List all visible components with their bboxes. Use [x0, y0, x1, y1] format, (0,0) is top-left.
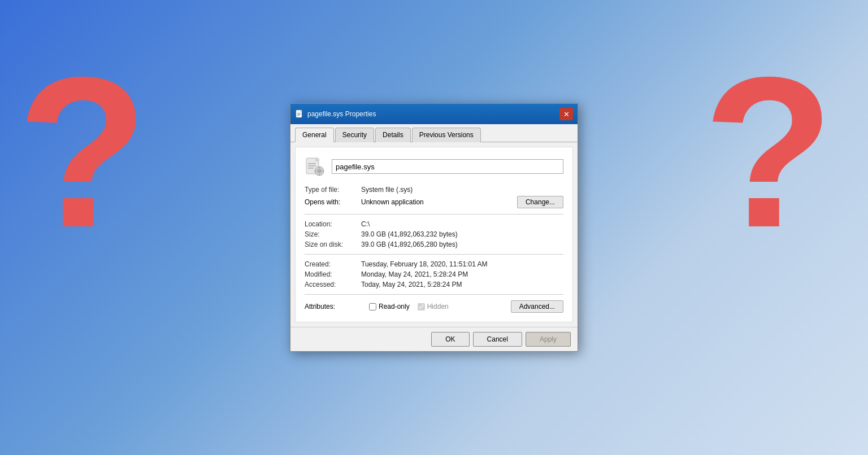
- file-icon: [305, 156, 325, 177]
- svg-rect-13: [319, 174, 320, 176]
- size-on-disk-row: Size on disk: 39.0 GB (41,892,065,280 by…: [305, 240, 563, 248]
- svg-rect-12: [319, 167, 320, 168]
- file-name-row: [305, 156, 563, 177]
- apply-button[interactable]: Apply: [526, 332, 571, 347]
- svg-rect-9: [308, 168, 314, 169]
- svg-rect-7: [308, 163, 316, 164]
- properties-dialog: pagefile.sys Properties ✕ General Securi…: [290, 103, 578, 352]
- svg-rect-14: [315, 170, 316, 172]
- type-of-file-value: System file (.sys): [361, 186, 413, 194]
- dates-section: Created: Tuesday, February 18, 2020, 11:…: [305, 260, 563, 288]
- size-value: 39.0 GB (41,892,063,232 bytes): [361, 230, 458, 238]
- file-name-input[interactable]: [332, 159, 563, 174]
- dialog-title: pagefile.sys Properties: [307, 110, 556, 118]
- type-of-file-row: Type of file: System file (.sys): [305, 186, 563, 194]
- modified-label: Modified:: [305, 270, 361, 278]
- svg-rect-4: [297, 115, 300, 116]
- cancel-button[interactable]: Cancel: [473, 332, 522, 347]
- svg-rect-15: [322, 170, 324, 172]
- tab-general[interactable]: General: [295, 128, 334, 142]
- accessed-label: Accessed:: [305, 281, 361, 288]
- close-button[interactable]: ✕: [559, 108, 573, 120]
- size-section: Location: C:\ Size: 39.0 GB (41,892,063,…: [305, 220, 563, 248]
- tab-security[interactable]: Security: [335, 128, 374, 142]
- svg-rect-3: [297, 114, 301, 115]
- hidden-label: Hidden: [427, 303, 449, 310]
- modified-value: Monday, May 24, 2021, 5:28:24 PM: [361, 270, 468, 278]
- accessed-value: Today, May 24, 2021, 5:28:24 PM: [361, 281, 462, 288]
- divider-1: [305, 214, 563, 215]
- svg-rect-2: [297, 113, 301, 113]
- opens-with-row: Opens with: Unknown application Change..…: [305, 196, 563, 208]
- location-value: C:\: [361, 220, 370, 228]
- created-row: Created: Tuesday, February 18, 2020, 11:…: [305, 260, 563, 268]
- type-of-file-label: Type of file:: [305, 186, 361, 194]
- type-section: Type of file: System file (.sys) Opens w…: [305, 186, 563, 208]
- opens-with-label: Opens with:: [305, 198, 361, 206]
- readonly-checkbox[interactable]: [369, 303, 376, 310]
- background-question-right: ?: [703, 45, 834, 260]
- change-button[interactable]: Change...: [517, 196, 563, 208]
- tab-details[interactable]: Details: [375, 128, 411, 142]
- tab-content: Type of file: System file (.sys) Opens w…: [295, 147, 573, 322]
- svg-point-11: [317, 169, 322, 173]
- location-label: Location:: [305, 220, 361, 228]
- location-row: Location: C:\: [305, 220, 563, 228]
- divider-3: [305, 294, 563, 295]
- tabs-bar: General Security Details Previous Versio…: [290, 124, 578, 142]
- size-on-disk-label: Size on disk:: [305, 240, 361, 248]
- opens-with-value: Unknown application: [361, 198, 517, 206]
- divider-2: [305, 254, 563, 255]
- accessed-row: Accessed: Today, May 24, 2021, 5:28:24 P…: [305, 281, 563, 288]
- advanced-button[interactable]: Advanced...: [511, 300, 563, 313]
- readonly-label: Read-only: [379, 303, 410, 310]
- created-label: Created:: [305, 260, 361, 268]
- modified-row: Modified: Monday, May 24, 2021, 5:28:24 …: [305, 270, 563, 278]
- size-on-disk-value: 39.0 GB (41,892,065,280 bytes): [361, 240, 458, 248]
- dialog-footer: OK Cancel Apply: [290, 327, 578, 351]
- hidden-checkbox[interactable]: [418, 303, 425, 310]
- attributes-row: Attributes: Read-only Hidden Advanced...: [305, 300, 563, 313]
- size-label: Size:: [305, 230, 361, 238]
- title-bar: pagefile.sys Properties ✕: [290, 104, 578, 124]
- title-bar-icon: [295, 110, 304, 119]
- readonly-checkbox-label[interactable]: Read-only: [369, 303, 410, 310]
- attributes-label: Attributes:: [305, 303, 361, 310]
- background-question-left: ?: [17, 45, 148, 260]
- hidden-checkbox-label[interactable]: Hidden: [418, 303, 449, 310]
- svg-rect-8: [308, 165, 316, 167]
- ok-button[interactable]: OK: [431, 332, 469, 347]
- tab-previous-versions[interactable]: Previous Versions: [412, 128, 481, 142]
- created-value: Tuesday, February 18, 2020, 11:51:01 AM: [361, 260, 487, 268]
- size-row: Size: 39.0 GB (41,892,063,232 bytes): [305, 230, 563, 238]
